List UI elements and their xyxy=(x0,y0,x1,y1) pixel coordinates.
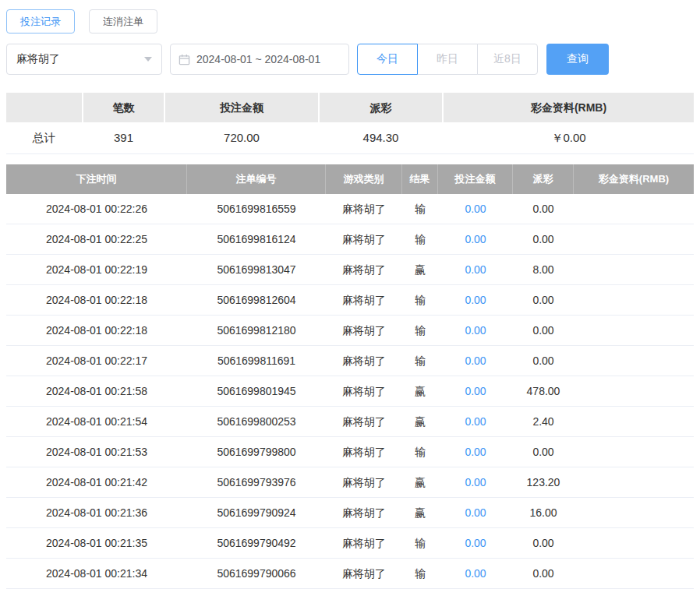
date-range-input[interactable]: 2024-08-01 ~ 2024-08-01 xyxy=(170,44,349,75)
game-select[interactable]: 麻将胡了 xyxy=(6,44,162,75)
game-type-cell: 麻将胡了 xyxy=(326,376,402,406)
bet-time-cell: 2024-08-01 00:22:17 xyxy=(6,346,187,376)
bet-time-cell: 2024-08-01 00:22:18 xyxy=(6,285,187,315)
order-id-cell: 5061699790066 xyxy=(187,559,326,588)
bet-amount-link[interactable]: 0.00 xyxy=(438,498,513,527)
payout-cell: 0.00 xyxy=(513,559,574,588)
bet-amount-link[interactable]: 0.00 xyxy=(438,559,513,588)
tab-betting-records[interactable]: 投注记录 xyxy=(6,9,75,34)
bet-table-header: 下注时间 注单编号 游戏类别 结果 投注金额 派彩 彩金资料(RMB) xyxy=(6,164,694,194)
game-type-cell: 麻将胡了 xyxy=(326,498,402,527)
result-cell: 输 xyxy=(402,528,438,558)
bet-amount-link[interactable]: 0.00 xyxy=(438,407,513,436)
betting-records-page: 投注记录 连消注单 麻将胡了 2024-08-01 ~ 2024-08-01 今… xyxy=(0,0,700,596)
bonus-cell xyxy=(574,437,694,467)
bet-time-cell: 2024-08-01 00:22:26 xyxy=(6,194,187,224)
bet-amount-link[interactable]: 0.00 xyxy=(438,224,513,254)
bet-amount-link[interactable]: 0.00 xyxy=(438,255,513,284)
payout-cell: 0.00 xyxy=(513,224,574,254)
order-id-cell: 5061699800253 xyxy=(187,407,326,436)
bonus-cell xyxy=(574,467,694,497)
bet-time-cell: 2024-08-01 00:21:34 xyxy=(6,589,187,596)
bet-time-cell: 2024-08-01 00:22:25 xyxy=(6,224,187,254)
today-button[interactable]: 今日 xyxy=(357,44,418,75)
bet-amount-link[interactable]: 0.00 xyxy=(438,528,513,558)
game-type-cell: 麻将胡了 xyxy=(326,316,402,345)
bonus-cell xyxy=(574,224,694,254)
order-id-cell: 5061699799800 xyxy=(187,437,326,467)
col-order-id: 注单编号 xyxy=(187,164,326,194)
game-type-cell: 麻将胡了 xyxy=(326,559,402,588)
bet-time-cell: 2024-08-01 00:21:54 xyxy=(6,407,187,436)
tab-cancelled-orders[interactable]: 连消注单 xyxy=(89,9,157,34)
col-bet-amount: 投注金额 xyxy=(438,164,513,194)
summary-total-bet-amount: 720.00 xyxy=(165,122,318,153)
bet-amount-link[interactable]: 0.00 xyxy=(438,194,513,224)
query-button[interactable]: 查询 xyxy=(546,44,609,75)
payout-cell: 0.00 xyxy=(513,285,574,315)
order-id-cell: 5061699811691 xyxy=(187,346,326,376)
order-id-cell: 5061699812180 xyxy=(187,316,326,345)
order-id-cell: 5061699816559 xyxy=(187,194,326,224)
col-bonus: 彩金资料(RMB) xyxy=(574,164,694,194)
bet-amount-link[interactable]: 0.00 xyxy=(438,467,513,497)
result-cell: 赢 xyxy=(402,498,438,527)
chevron-down-icon xyxy=(144,57,152,62)
payout-cell: 0.00 xyxy=(513,316,574,345)
result-cell: 输 xyxy=(402,559,438,588)
bonus-cell xyxy=(574,589,694,596)
bonus-cell xyxy=(574,528,694,558)
order-id-cell: 5061699813047 xyxy=(187,255,326,284)
table-row: 2024-08-01 00:21:34 5061699790066 麻将胡了 输… xyxy=(6,559,694,589)
game-type-cell: 麻将胡了 xyxy=(326,589,402,596)
result-cell: 赢 xyxy=(402,407,438,436)
top-tabs: 投注记录 连消注单 xyxy=(6,9,694,34)
table-row: 2024-08-01 00:22:19 5061699813047 麻将胡了 赢… xyxy=(6,255,694,285)
bet-amount-link[interactable]: 0.00 xyxy=(438,285,513,315)
table-row: 2024-08-01 00:21:54 5061699800253 麻将胡了 赢… xyxy=(6,407,694,437)
game-type-cell: 麻将胡了 xyxy=(326,407,402,436)
bonus-cell xyxy=(574,194,694,224)
result-cell: 输 xyxy=(402,224,438,254)
col-result: 结果 xyxy=(402,164,438,194)
bet-time-cell: 2024-08-01 00:21:36 xyxy=(6,498,187,527)
col-game-type: 游戏类别 xyxy=(326,164,402,194)
summary-total-label: 总计 xyxy=(6,122,82,153)
bet-table-body: 2024-08-01 00:22:26 5061699816559 麻将胡了 输… xyxy=(6,194,694,596)
bonus-cell xyxy=(574,346,694,376)
bet-amount-link[interactable]: 0.00 xyxy=(438,589,513,596)
order-id-cell: 5061699790924 xyxy=(187,498,326,527)
bet-amount-link[interactable]: 0.00 xyxy=(438,437,513,467)
bet-amount-link[interactable]: 0.00 xyxy=(438,346,513,376)
game-type-cell: 麻将胡了 xyxy=(326,255,402,284)
calendar-icon xyxy=(179,54,190,65)
summary-total-count: 391 xyxy=(83,122,164,153)
bet-time-cell: 2024-08-01 00:22:18 xyxy=(6,316,187,345)
game-type-cell: 麻将胡了 xyxy=(326,346,402,376)
result-cell: 赢 xyxy=(402,376,438,406)
game-type-cell: 麻将胡了 xyxy=(326,467,402,497)
bet-time-cell: 2024-08-01 00:21:42 xyxy=(6,467,187,497)
payout-cell: 0.00 xyxy=(513,528,574,558)
summary-header-bonus: 彩金资料(RMB) xyxy=(444,93,694,122)
result-cell: 输 xyxy=(402,437,438,467)
payout-cell: 478.00 xyxy=(513,376,574,406)
payout-cell: 0.00 xyxy=(513,437,574,467)
summary-table: 笔数 投注金额 派彩 彩金资料(RMB) 总计 391 720.00 494.3… xyxy=(6,93,694,154)
result-cell: 赢 xyxy=(402,255,438,284)
result-cell: 输 xyxy=(402,589,438,596)
col-payout: 派彩 xyxy=(513,164,574,194)
order-id-cell: 5061699789625 xyxy=(187,589,326,596)
bet-time-cell: 2024-08-01 00:21:34 xyxy=(6,559,187,588)
bet-amount-link[interactable]: 0.00 xyxy=(438,376,513,406)
result-cell: 输 xyxy=(402,194,438,224)
yesterday-button[interactable]: 昨日 xyxy=(417,44,478,75)
table-row: 2024-08-01 00:21:35 5061699790492 麻将胡了 输… xyxy=(6,528,694,559)
order-id-cell: 5061699801945 xyxy=(187,376,326,406)
bet-amount-link[interactable]: 0.00 xyxy=(438,316,513,345)
game-type-cell: 麻将胡了 xyxy=(326,224,402,254)
bet-table: 下注时间 注单编号 游戏类别 结果 投注金额 派彩 彩金资料(RMB) 2024… xyxy=(6,164,694,596)
bonus-cell xyxy=(574,407,694,436)
last-8-days-button[interactable]: 近8日 xyxy=(477,44,538,75)
result-cell: 输 xyxy=(402,316,438,345)
